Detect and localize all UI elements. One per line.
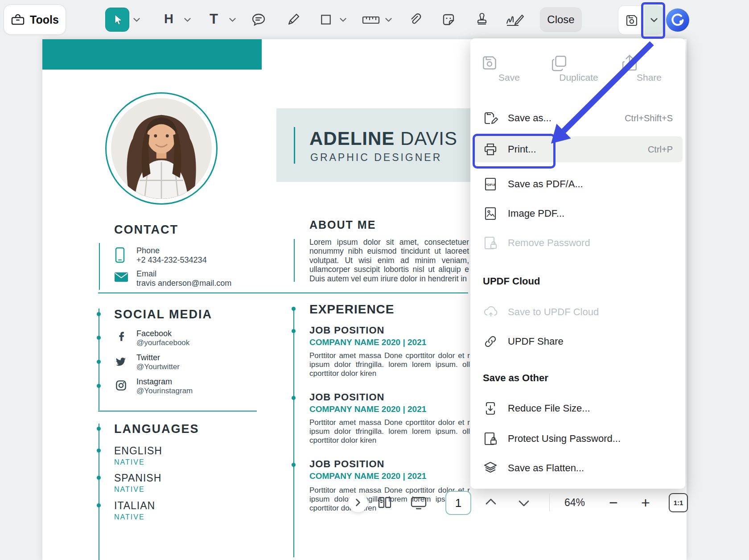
heading-tool-chevron[interactable] bbox=[184, 18, 191, 22]
job-company: COMPANY NAME 2020 | 2021 bbox=[309, 471, 426, 481]
language-level: NATIVE bbox=[114, 513, 145, 521]
save-split-button bbox=[618, 5, 663, 35]
comment-tool-button[interactable] bbox=[251, 12, 266, 27]
language-dot bbox=[97, 476, 101, 480]
pdfa-icon: PDF/A bbox=[483, 177, 498, 192]
text-tool-button[interactable]: T bbox=[210, 11, 218, 27]
job-position: JOB POSITION bbox=[309, 391, 384, 403]
ai-assistant-icon[interactable] bbox=[666, 8, 689, 32]
language-dot bbox=[97, 503, 101, 507]
language-name: ITALIAN bbox=[114, 500, 155, 512]
page-up-button[interactable] bbox=[485, 498, 497, 505]
signature-tool-button[interactable] bbox=[505, 12, 526, 28]
section-divider-2 bbox=[98, 411, 257, 412]
experience-timeline bbox=[293, 308, 294, 557]
social-item-dot bbox=[97, 336, 101, 340]
page-down-button[interactable] bbox=[518, 500, 530, 507]
social-handle: @Yourtwitter bbox=[136, 362, 180, 371]
updf-app-window: ADELINE DAVIS GRAPHIC DESIGNER CONTACT P… bbox=[0, 0, 749, 560]
page-number-value: 1 bbox=[455, 496, 461, 510]
menu-item-reduce-file-size[interactable]: Reduce File Size... bbox=[473, 395, 683, 421]
share-icon bbox=[620, 54, 678, 72]
actual-size-button[interactable]: 1:1 bbox=[669, 493, 688, 512]
presentation-button[interactable] bbox=[410, 496, 427, 510]
quick-action-label: Share bbox=[620, 72, 678, 83]
thumbnails-button[interactable] bbox=[377, 495, 393, 510]
menu-item-save-as[interactable]: Save as... Ctrl+Shift+S bbox=[473, 105, 683, 131]
profile-photo bbox=[105, 92, 218, 205]
social-header-dot bbox=[97, 312, 101, 316]
resume-last-name: DAVIS bbox=[400, 128, 457, 149]
save-icon[interactable] bbox=[624, 13, 639, 28]
quick-action-label: Duplicate bbox=[550, 72, 608, 83]
menu-item-print[interactable]: Print... Ctrl+P bbox=[473, 136, 683, 162]
facebook-icon bbox=[116, 330, 128, 342]
save-as-icon bbox=[483, 111, 498, 126]
close-button[interactable]: Close bbox=[540, 7, 582, 32]
bottom-bar-divider bbox=[549, 494, 550, 511]
social-item-dot bbox=[97, 360, 101, 364]
language-name: SPANISH bbox=[114, 472, 161, 484]
pen-tool-button[interactable] bbox=[286, 12, 301, 27]
sticker-tool-button[interactable] bbox=[441, 12, 456, 27]
resume-name: ADELINE DAVIS bbox=[309, 128, 457, 149]
shape-tool-chevron[interactable] bbox=[340, 18, 346, 22]
menu-item-label: Print... bbox=[508, 144, 536, 155]
save-dropdown-chevron[interactable] bbox=[644, 6, 664, 34]
stamp-tool-button[interactable] bbox=[474, 12, 490, 27]
expand-sidebar-button[interactable] bbox=[348, 493, 368, 512]
attachment-tool-button[interactable] bbox=[408, 12, 423, 27]
print-icon bbox=[483, 142, 498, 157]
email-value: travis anderson@mail.com bbox=[136, 279, 231, 288]
heading-tool-button[interactable]: H bbox=[164, 12, 173, 26]
name-accent-line bbox=[294, 127, 295, 164]
cloud-upload-icon bbox=[483, 305, 498, 320]
page-number-input[interactable]: 1 bbox=[445, 491, 471, 515]
job-dot bbox=[292, 396, 296, 400]
about-header: ABOUT ME bbox=[309, 218, 376, 231]
measure-tool-chevron[interactable] bbox=[385, 18, 392, 22]
top-toolbar: Tools H T bbox=[0, 0, 749, 39]
language-level: NATIVE bbox=[114, 486, 145, 494]
menu-item-label: Image PDF... bbox=[508, 208, 564, 219]
resume-first-name: ADELINE bbox=[309, 128, 395, 149]
languages-header-dot bbox=[97, 427, 101, 431]
email-label: Email bbox=[136, 269, 156, 279]
quick-action-save[interactable]: Save bbox=[480, 54, 538, 83]
measure-tool-button[interactable] bbox=[362, 14, 380, 26]
about-accent-line bbox=[294, 239, 295, 282]
zoom-out-button[interactable]: − bbox=[605, 493, 622, 512]
flatten-layers-icon bbox=[483, 461, 498, 476]
social-handle: @yourfacebook bbox=[136, 338, 189, 347]
menu-item-label: Save as... bbox=[508, 112, 551, 124]
menu-item-updf-share[interactable]: UPDF Share bbox=[473, 329, 683, 354]
experience-header: EXPERIENCE bbox=[309, 302, 395, 317]
section-divider-1 bbox=[98, 292, 468, 293]
phone-icon bbox=[115, 247, 125, 263]
quick-action-duplicate[interactable]: Duplicate bbox=[550, 54, 608, 83]
shape-tool-button[interactable] bbox=[319, 13, 333, 26]
menu-item-image-pdf[interactable]: Image PDF... bbox=[473, 201, 683, 226]
menu-item-shortcut: Ctrl+P bbox=[648, 144, 673, 155]
select-tool-button[interactable] bbox=[105, 8, 129, 32]
menu-item-save-as-flatten[interactable]: Save as Flatten... bbox=[473, 455, 683, 481]
resume-header-bar bbox=[42, 39, 262, 70]
quick-action-share[interactable]: Share bbox=[620, 54, 678, 83]
select-tool-chevron[interactable] bbox=[133, 18, 140, 22]
menu-item-save-to-updf-cloud: Save to UPDF Cloud bbox=[473, 299, 683, 325]
zoom-level-control[interactable]: 64% bbox=[559, 496, 590, 509]
menu-item-protect-using-password[interactable]: Protect Using Password... bbox=[473, 426, 683, 452]
tools-icon bbox=[11, 13, 25, 26]
tools-button[interactable]: Tools bbox=[4, 4, 66, 35]
menu-item-remove-password: Remove Password bbox=[473, 230, 683, 256]
profile-photo-image bbox=[111, 98, 212, 199]
expand-chevron-icon bbox=[355, 498, 361, 506]
contact-header: CONTACT bbox=[114, 223, 178, 237]
zoom-in-button[interactable]: + bbox=[637, 493, 654, 512]
menu-section-updf-cloud: UPDF Cloud bbox=[483, 276, 540, 287]
menu-item-save-as-pdfa[interactable]: PDF/A Save as PDF/A... bbox=[473, 171, 683, 197]
text-tool-chevron[interactable] bbox=[229, 18, 236, 22]
quick-action-label: Save bbox=[480, 72, 538, 83]
job-description: Porttitor amet massa Done cporttitor dol… bbox=[309, 351, 470, 378]
menu-item-label: Protect Using Password... bbox=[508, 433, 621, 445]
